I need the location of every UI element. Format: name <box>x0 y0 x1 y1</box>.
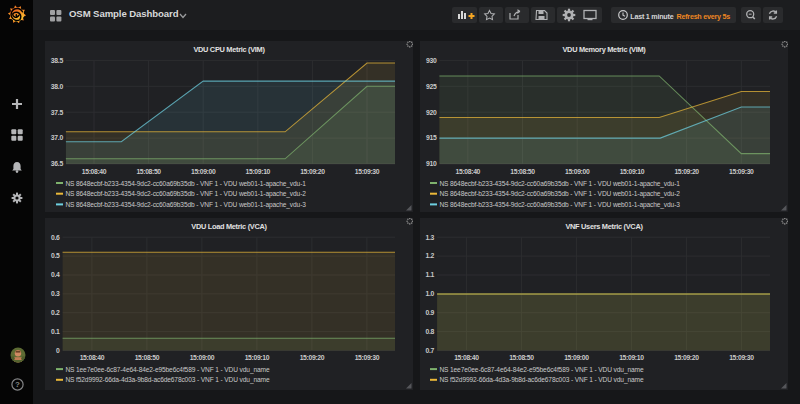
svg-text:15:09:10: 15:09:10 <box>620 168 645 175</box>
svg-text:15:08:40: 15:08:40 <box>454 354 479 361</box>
svg-text:910: 910 <box>426 160 437 167</box>
svg-text:Last 1 minute: Last 1 minute <box>630 12 673 21</box>
svg-text:15:09:20: 15:09:20 <box>674 354 699 361</box>
svg-text:?: ? <box>15 380 20 389</box>
svg-text:15:09:10: 15:09:10 <box>245 354 270 361</box>
svg-text:0: 0 <box>56 347 60 354</box>
svg-text:15:09:20: 15:09:20 <box>300 168 325 175</box>
svg-text:VDU CPU Metric (VIM): VDU CPU Metric (VIM) <box>193 45 265 54</box>
svg-text:0.1: 0.1 <box>51 328 60 335</box>
svg-text:NS 8648ecbf-b233-4354-9dc2-cc6: NS 8648ecbf-b233-4354-9dc2-cc60a69b35db … <box>439 190 680 198</box>
svg-text:38.0: 38.0 <box>51 83 64 90</box>
svg-text:Refresh every 5s: Refresh every 5s <box>677 12 731 21</box>
svg-text:0.5: 0.5 <box>51 252 60 259</box>
svg-text:NS 8648ecbf-b233-4354-9dc2-cc6: NS 8648ecbf-b233-4354-9dc2-cc60a69b35db … <box>439 201 680 209</box>
svg-text:NS 1ee7e0ee-6c87-4e64-84e2-e95: NS 1ee7e0ee-6c87-4e64-84e2-e95be6c4f589 … <box>439 366 644 374</box>
svg-text:NS 8648ecbf-b233-4354-9dc2-cc6: NS 8648ecbf-b233-4354-9dc2-cc60a69b35db … <box>65 190 306 198</box>
svg-text:15:09:20: 15:09:20 <box>674 168 699 175</box>
svg-text:0.9: 0.9 <box>426 309 435 316</box>
svg-text:15:08:50: 15:08:50 <box>509 354 534 361</box>
svg-text:15:09:30: 15:09:30 <box>355 168 380 175</box>
svg-text:915: 915 <box>426 134 437 141</box>
svg-text:15:08:50: 15:08:50 <box>136 168 161 175</box>
svg-text:15:09:20: 15:09:20 <box>300 354 325 361</box>
svg-text:0.6: 0.6 <box>51 234 60 241</box>
svg-text:15:09:30: 15:09:30 <box>355 354 380 361</box>
svg-text:NS 8648ecbf-b233-4354-9dc2-cc6: NS 8648ecbf-b233-4354-9dc2-cc60a69b35db … <box>65 201 306 209</box>
svg-text:15:08:50: 15:08:50 <box>135 354 160 361</box>
svg-text:NS f52d9992-66da-4d3a-9b8d-ac6: NS f52d9992-66da-4d3a-9b8d-ac6de678c003 … <box>65 376 270 384</box>
svg-text:15:09:10: 15:09:10 <box>619 354 644 361</box>
svg-text:NS 8648ecbf-b233-4354-9dc2-cc6: NS 8648ecbf-b233-4354-9dc2-cc60a69b35db … <box>439 180 680 188</box>
svg-text:15:09:00: 15:09:00 <box>564 354 589 361</box>
svg-text:15:08:40: 15:08:40 <box>456 168 481 175</box>
svg-text:15:08:40: 15:08:40 <box>80 354 105 361</box>
svg-text:1.2: 1.2 <box>426 252 435 259</box>
svg-text:38.5: 38.5 <box>51 57 64 64</box>
svg-text:37.0: 37.0 <box>51 134 64 141</box>
svg-text:920: 920 <box>426 109 437 116</box>
svg-text:1.3: 1.3 <box>426 234 435 241</box>
svg-text:0.3: 0.3 <box>51 290 60 297</box>
svg-text:36.5: 36.5 <box>51 160 64 167</box>
svg-text:NS 8648ecbf-b233-4354-9dc2-cc6: NS 8648ecbf-b233-4354-9dc2-cc60a69b35db … <box>65 180 306 188</box>
svg-text:930: 930 <box>426 57 437 64</box>
svg-text:0.7: 0.7 <box>426 347 435 354</box>
svg-text:15:09:10: 15:09:10 <box>246 168 271 175</box>
svg-text:15:09:00: 15:09:00 <box>191 168 216 175</box>
svg-text:1.1: 1.1 <box>426 271 435 278</box>
svg-text:15:09:00: 15:09:00 <box>565 168 590 175</box>
svg-text:15:09:00: 15:09:00 <box>190 354 215 361</box>
svg-text:37.5: 37.5 <box>51 109 64 116</box>
svg-text:15:09:30: 15:09:30 <box>729 168 754 175</box>
svg-text:NS 1ee7e0ee-6c87-4e64-84e2-e95: NS 1ee7e0ee-6c87-4e64-84e2-e95be6c4f589 … <box>65 366 270 374</box>
svg-text:VDU Load Metric (VCA): VDU Load Metric (VCA) <box>191 222 267 231</box>
svg-text:0.4: 0.4 <box>51 271 60 278</box>
svg-text:NS f52d9992-66da-4d3a-9b8d-ac6: NS f52d9992-66da-4d3a-9b8d-ac6de678c003 … <box>439 376 644 384</box>
svg-text:VDU Memory Metric (VIM): VDU Memory Metric (VIM) <box>562 45 646 54</box>
svg-text:15:09:30: 15:09:30 <box>729 354 754 361</box>
svg-text:0.2: 0.2 <box>51 309 60 316</box>
svg-text:15:08:40: 15:08:40 <box>82 168 107 175</box>
svg-text:1.0: 1.0 <box>426 290 435 297</box>
svg-text:VNF Users Metric (VCA): VNF Users Metric (VCA) <box>565 222 643 231</box>
svg-text:925: 925 <box>426 83 437 90</box>
svg-text:0.8: 0.8 <box>426 328 435 335</box>
svg-text:15:08:50: 15:08:50 <box>510 168 535 175</box>
